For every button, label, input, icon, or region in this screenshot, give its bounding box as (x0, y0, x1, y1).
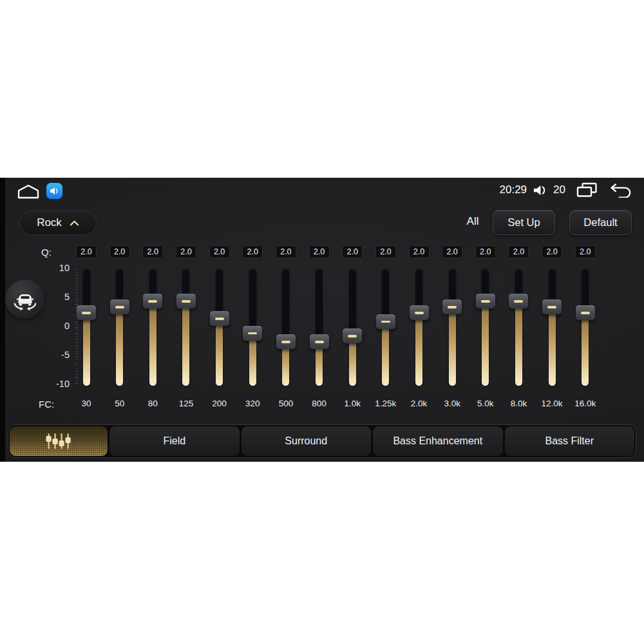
eq-slider-3.0k[interactable] (442, 269, 462, 386)
q-value-3.0k[interactable]: 2.0 (442, 245, 462, 258)
slider-handle[interactable] (210, 311, 229, 326)
slider-fill (515, 301, 522, 386)
q-row-label: Q: (41, 247, 52, 258)
slider-handle[interactable] (276, 334, 296, 349)
handle-dash (514, 300, 523, 303)
handle-dash (281, 341, 290, 343)
slider-fill (216, 319, 223, 386)
handle-dash (115, 306, 124, 308)
slider-handle[interactable] (410, 305, 429, 320)
bottom-tab-bar: Field Surround Bass Enhancement Bass Fil… (8, 424, 636, 458)
slider-handle[interactable] (343, 328, 362, 343)
slider-fill (415, 313, 422, 386)
q-value-1.0k[interactable]: 2.0 (342, 245, 363, 258)
q-value-1.25k[interactable]: 2.0 (375, 245, 396, 258)
slider-fill (349, 336, 356, 386)
slider-fill (382, 321, 389, 386)
tab-surround[interactable]: Surround (242, 426, 372, 456)
q-value-50[interactable]: 2.0 (109, 245, 130, 258)
eq-slider-5.0k[interactable] (476, 269, 495, 386)
db-axis-label: -10 (39, 379, 70, 389)
q-value-8.0k[interactable]: 2.0 (508, 245, 529, 258)
slider-handle[interactable] (243, 326, 262, 341)
q-value-2.0k[interactable]: 2.0 (409, 245, 430, 258)
slider-fill (182, 301, 189, 386)
handle-dash (381, 321, 390, 323)
handle-dash (315, 341, 324, 343)
slider-handle[interactable] (509, 294, 528, 308)
slider-handle[interactable] (176, 294, 196, 308)
slider-fill (482, 301, 489, 386)
q-value-800[interactable]: 2.0 (309, 245, 330, 258)
slider-handle[interactable] (77, 305, 96, 320)
slider-fill (249, 333, 256, 386)
db-axis-label: -5 (39, 350, 70, 360)
handle-dash (348, 335, 357, 337)
slider-fill (582, 313, 589, 386)
slider-handle[interactable] (310, 334, 329, 349)
q-value-80[interactable]: 2.0 (142, 245, 163, 258)
q-value-125[interactable]: 2.0 (176, 245, 196, 258)
tab-bass-enhancement[interactable]: Bass Enhancement (373, 426, 503, 456)
eq-slider-320[interactable] (243, 269, 262, 386)
eq-slider-800[interactable] (310, 269, 329, 386)
slider-handle[interactable] (442, 299, 462, 314)
eq-slider-1.25k[interactable] (376, 269, 395, 386)
handle-dash (215, 317, 224, 320)
eq-slider-200[interactable] (210, 269, 229, 386)
q-value-200[interactable]: 2.0 (209, 245, 230, 258)
db-axis-label: 10 (39, 263, 70, 273)
q-value-30[interactable]: 2.0 (76, 245, 97, 258)
handle-dash (547, 306, 556, 308)
slider-handle[interactable] (376, 314, 395, 329)
eq-slider-12.0k[interactable] (542, 269, 562, 386)
tab-equalizer[interactable] (10, 426, 108, 456)
fc-row-label: FC: (39, 399, 54, 410)
eq-slider-50[interactable] (110, 269, 129, 386)
slider-handle[interactable] (542, 299, 562, 314)
handle-dash (481, 300, 490, 303)
eq-slider-500[interactable] (276, 269, 296, 386)
screenshot-page: 20:29 20 Rock All (0, 0, 644, 644)
q-value-320[interactable]: 2.0 (242, 245, 263, 258)
car-sound-field-icon (12, 286, 39, 313)
handle-dash (248, 332, 257, 335)
slider-handle[interactable] (576, 305, 595, 320)
eq-slider-8.0k[interactable] (509, 269, 528, 386)
handle-dash (415, 312, 424, 314)
eq-slider-80[interactable] (143, 269, 162, 386)
handle-dash (581, 312, 590, 314)
eq-slider-16.0k[interactable] (576, 269, 595, 386)
db-axis-label: 0 (39, 321, 70, 331)
handle-dash (148, 300, 157, 303)
handle-dash (82, 312, 91, 314)
q-value-500[interactable]: 2.0 (276, 245, 296, 258)
eq-slider-2.0k[interactable] (410, 269, 429, 386)
slider-handle[interactable] (476, 294, 495, 308)
eq-slider-1.0k[interactable] (343, 269, 362, 386)
handle-dash (182, 300, 191, 303)
q-value-5.0k[interactable]: 2.0 (475, 245, 496, 258)
slider-handle[interactable] (110, 299, 129, 314)
slider-handle[interactable] (143, 294, 162, 308)
slider-fill (149, 301, 156, 386)
sound-field-button[interactable] (5, 279, 44, 319)
equalizer-sliders-icon (44, 432, 73, 450)
q-value-12.0k[interactable]: 2.0 (542, 245, 562, 258)
slider-fill (116, 307, 123, 386)
tab-bass-filter[interactable]: Bass Filter (505, 426, 635, 456)
head-unit-screen: 20:29 20 Rock All (0, 178, 644, 462)
slider-fill (83, 313, 90, 386)
eq-slider-30[interactable] (77, 269, 96, 386)
tab-field[interactable]: Field (109, 426, 240, 456)
handle-dash (448, 306, 457, 308)
slider-fill (549, 307, 556, 386)
eq-area: Q: FC: 1050-5-102.0302.0502.0802.01252.0… (0, 178, 644, 462)
fc-value-16.0k: 16.0k (565, 399, 606, 408)
q-value-16.0k[interactable]: 2.0 (575, 245, 596, 258)
eq-slider-125[interactable] (176, 269, 196, 386)
slider-fill (449, 307, 456, 386)
